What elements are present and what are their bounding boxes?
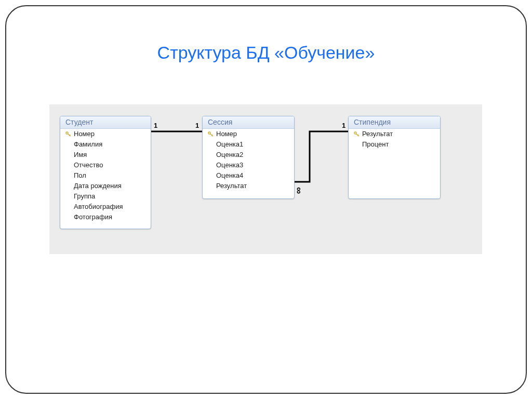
relation-session-scholarship xyxy=(294,130,349,184)
entity-scholarship: Стипендия РезультатПроцент xyxy=(348,116,441,199)
field-label: Оценка3 xyxy=(215,161,243,170)
cardinality-label: ∞ xyxy=(293,187,304,194)
primary-key-icon xyxy=(63,131,73,137)
entity-header: Студент xyxy=(60,116,151,129)
field-row: Результат xyxy=(349,129,440,139)
field-label: Результат xyxy=(361,129,393,139)
entity-fields: НомерФамилияИмяОтчествоПолДата рожденияГ… xyxy=(60,129,151,222)
svg-point-5 xyxy=(208,132,210,134)
svg-line-8 xyxy=(212,136,213,136)
er-canvas: 1 1 ∞ 1 Студент НомерФамилияИмяОтчествоП… xyxy=(49,104,482,254)
entity-fields: РезультатПроцент xyxy=(349,129,440,150)
field-row: Оценка3 xyxy=(203,160,294,170)
svg-point-1 xyxy=(66,132,68,134)
field-label: Оценка4 xyxy=(215,171,243,180)
entity-fields: НомерОценка1Оценка2Оценка3Оценка4Результ… xyxy=(203,129,294,191)
field-row: Оценка2 xyxy=(203,150,294,160)
field-label: Оценка1 xyxy=(215,140,243,149)
cardinality-label: 1 xyxy=(195,122,199,129)
entity-header: Сессия xyxy=(203,116,294,129)
svg-line-3 xyxy=(70,135,71,136)
field-row: Автобиография xyxy=(60,202,151,212)
field-row: Дата рождения xyxy=(60,181,151,191)
field-row: Номер xyxy=(60,129,151,139)
entity-student: Студент НомерФамилияИмяОтчествоПолДата р… xyxy=(60,116,151,229)
field-row: Оценка1 xyxy=(203,139,294,150)
field-row: Пол xyxy=(60,170,151,181)
relation-student-session xyxy=(151,130,202,133)
field-label: Имя xyxy=(73,150,87,159)
field-row: Отчество xyxy=(60,160,151,170)
primary-key-icon xyxy=(206,131,215,137)
field-row: Процент xyxy=(349,139,440,150)
field-label: Оценка2 xyxy=(215,150,243,159)
page-title: Структура БД «Обучение» xyxy=(0,43,532,63)
primary-key-icon xyxy=(352,131,361,137)
field-label: Автобиография xyxy=(73,202,123,211)
svg-line-12 xyxy=(358,136,359,136)
field-label: Пол xyxy=(73,171,86,180)
cardinality-label: 1 xyxy=(342,122,345,129)
svg-line-11 xyxy=(358,135,359,136)
field-row: Номер xyxy=(203,129,294,139)
field-row: Фамилия xyxy=(60,139,151,150)
entity-header: Стипендия xyxy=(349,116,440,129)
field-label: Фамилия xyxy=(73,140,102,149)
field-row: Группа xyxy=(60,191,151,202)
field-row: Фотография xyxy=(60,212,151,222)
svg-point-9 xyxy=(354,132,356,134)
field-label: Группа xyxy=(73,192,95,201)
field-label: Фотография xyxy=(73,212,112,222)
field-label: Дата рождения xyxy=(73,181,122,191)
svg-line-7 xyxy=(212,135,213,136)
field-label: Номер xyxy=(215,129,237,139)
field-label: Результат xyxy=(215,181,247,191)
cardinality-label: 1 xyxy=(154,122,157,129)
field-row: Результат xyxy=(203,181,294,191)
field-label: Номер xyxy=(73,129,95,139)
entity-session: Сессия НомерОценка1Оценка2Оценка3Оценка4… xyxy=(202,116,295,199)
field-label: Отчество xyxy=(73,161,103,170)
field-row: Имя xyxy=(60,150,151,160)
field-row: Оценка4 xyxy=(203,170,294,181)
svg-line-4 xyxy=(70,136,71,136)
field-label: Процент xyxy=(361,140,389,149)
